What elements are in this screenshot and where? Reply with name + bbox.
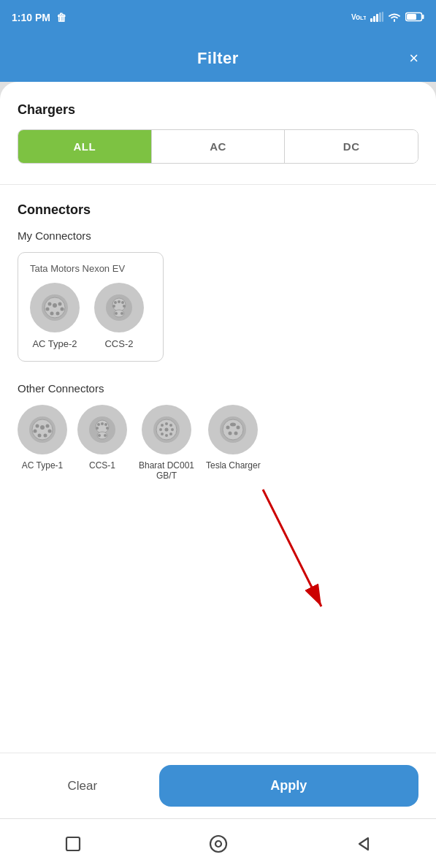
svg-point-56 [165,434,168,437]
connector-label-ac-type1: AC Type-1 [22,460,63,471]
svg-point-44 [106,427,109,430]
svg-point-69 [210,836,226,852]
connector-label-bharat-dc: Bharat DC001 GB/T [137,460,196,481]
section-divider [0,184,436,185]
svg-point-32 [46,425,50,428]
navigation-bar [0,818,436,868]
connectors-section: Connectors My Connectors Tata Motors Nex… [18,202,418,481]
nav-home-icon[interactable] [207,832,230,856]
connector-item-ac-type1[interactable]: AC Type-1 [18,405,67,481]
svg-rect-3 [373,16,375,22]
svg-point-13 [58,302,62,306]
svg-rect-9 [407,14,416,20]
connector-item-ccs2[interactable]: CCS-2 [94,283,144,349]
svg-point-54 [171,428,174,431]
svg-point-24 [118,300,121,303]
svg-point-70 [215,841,221,847]
svg-point-28 [121,312,123,315]
connector-item-ccs1[interactable]: CCS-1 [77,405,127,481]
connector-item-bharat-dc[interactable]: Bharat DC001 GB/T [137,405,196,481]
svg-point-31 [36,425,39,428]
svg-point-17 [56,312,60,316]
charger-toggle-group: ALL AC DC [18,129,418,164]
svg-text:Vo: Vo [351,13,360,21]
svg-point-21 [114,301,117,304]
svg-point-40 [97,423,100,426]
header-title: Filter [197,49,239,68]
chargers-section: Chargers ALL AC DC [18,102,418,164]
my-connectors-vehicle-label: Tata Motors Nexon EV [30,263,151,274]
connector-item-tesla[interactable]: Tesla Charger [206,405,261,481]
wifi-icon [388,12,401,24]
svg-point-27 [115,312,118,315]
svg-point-53 [159,428,162,431]
connector-circle-ac-type1 [18,405,67,454]
svg-point-25 [123,305,126,308]
connector-item-ac-type2[interactable]: AC Type-2 [30,283,80,349]
connector-circle-ac-type2 [30,283,80,332]
charger-ac-button[interactable]: AC [152,130,286,163]
svg-point-65 [230,423,236,427]
connector-label-ccs2: CCS-2 [104,338,133,349]
other-connectors-row: AC Type-1 [18,405,418,481]
apply-button[interactable]: Apply [159,765,418,807]
signal-icon [370,12,383,24]
svg-point-41 [104,423,107,426]
my-connectors-label: My Connectors [18,229,418,242]
svg-rect-2 [370,18,372,22]
svg-point-22 [121,301,124,304]
svg-point-62 [237,426,240,430]
connectors-section-title: Connectors [18,202,418,218]
charger-all-button[interactable]: ALL [18,130,152,163]
close-button[interactable]: × [409,50,418,66]
charger-dc-button[interactable]: DC [285,130,418,163]
bottom-action-bar: Clear Apply [0,753,436,818]
connector-circle-tesla [208,405,258,454]
svg-rect-4 [376,14,378,22]
svg-point-15 [61,308,64,311]
svg-point-61 [226,426,230,430]
nav-square-icon[interactable] [61,832,85,856]
svg-point-63 [229,432,232,435]
svg-point-18 [53,303,57,308]
filter-content: Chargers ALL AC DC Connectors My Connect… [0,82,436,798]
status-left: 1:10 PM 🗑 [12,12,66,23]
connector-circle-ccs1 [77,405,127,454]
svg-point-60 [223,419,243,440]
svg-point-37 [40,425,45,430]
svg-rect-6 [382,12,383,22]
svg-point-52 [169,424,172,427]
svg-marker-71 [359,838,368,850]
svg-point-50 [161,424,164,427]
svg-point-12 [48,302,52,306]
svg-point-47 [104,434,107,437]
battery-icon [405,12,424,24]
svg-rect-68 [66,837,80,850]
clear-button[interactable]: Clear [18,766,148,807]
svg-point-16 [50,312,54,316]
svg-point-39 [96,420,109,433]
connector-label-tesla: Tesla Charger [206,460,261,471]
svg-point-20 [112,298,126,311]
my-connectors-row: AC Type-2 [30,283,151,349]
svg-rect-5 [379,12,381,22]
nav-back-icon[interactable] [352,832,375,856]
status-right: Vo LTE [351,12,424,24]
trash-icon: 🗑 [56,12,66,23]
chargers-section-title: Chargers [18,102,418,118]
connector-circle-bharat-dc [142,405,191,454]
svg-rect-8 [422,15,424,19]
svg-text:LTE: LTE [360,15,366,21]
svg-point-46 [98,434,101,437]
svg-point-42 [96,427,99,430]
svg-point-33 [34,430,37,433]
svg-point-23 [112,305,115,308]
svg-point-43 [101,422,104,425]
svg-point-34 [48,430,52,433]
svg-point-36 [44,434,47,438]
svg-point-51 [165,422,168,425]
other-connectors-label: Other Connectors [18,382,418,395]
time-display: 1:10 PM [12,12,50,23]
status-bar: 1:10 PM 🗑 Vo LTE [0,0,436,35]
svg-point-55 [161,433,164,435]
